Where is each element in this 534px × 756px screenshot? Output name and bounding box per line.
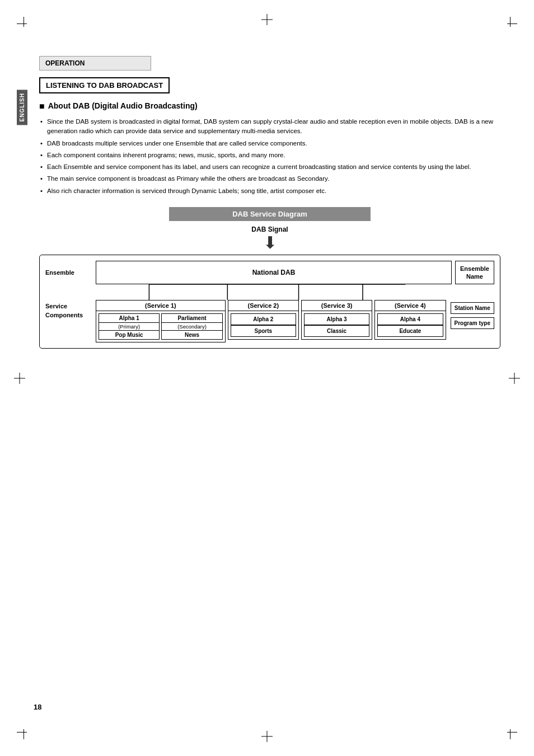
service-3-components: Alpha 3 Classic (302, 311, 372, 339)
component-alpha3: Alpha 3 Classic (304, 313, 369, 337)
component-alpha1: Alpha 1 (Primary) Pop Music (99, 313, 160, 340)
alpha1-name: Alpha 1 (99, 314, 159, 323)
side-mark-right (509, 373, 520, 384)
connector-svg (96, 284, 452, 300)
operation-header: OPERATION (39, 56, 151, 71)
service-4-label: (Service 4) (375, 300, 445, 311)
bullet-item: The main service component is broadcast … (39, 174, 500, 184)
bullet-item: Since the DAB system is broadcasted in d… (39, 117, 500, 137)
bullet-item: Each Ensemble and service component has … (39, 162, 500, 172)
alpha3-program: Classic (305, 325, 369, 336)
about-bullets: Since the DAB system is broadcasted in d… (39, 117, 500, 196)
heading-icon: ■ (39, 101, 45, 111)
dab-diagram: DAB Service Diagram DAB Signal ⬇ Ensembl… (39, 207, 500, 349)
alpha3-name: Alpha 3 (305, 314, 369, 325)
national-dab-box: National DAB (96, 261, 452, 285)
alpha4-name: Alpha 4 (378, 314, 442, 325)
service-1-components: Alpha 1 (Primary) Pop Music Parliament (… (96, 311, 225, 342)
section-title: LISTENING TO DAB BROADCAST (39, 77, 170, 93)
ensemble-row: Ensemble National DAB EnsembleName (45, 261, 494, 285)
service-3-label: (Service 3) (302, 300, 372, 311)
ensemble-label: Ensemble (45, 261, 96, 285)
right-labels: Station Name Program type (451, 300, 494, 329)
corner-hline-tl (17, 24, 27, 24)
about-heading-text: About DAB (Digital Audio Broadcasting) (48, 101, 198, 110)
diagram-box: Ensemble National DAB EnsembleName (39, 255, 500, 349)
program-type-label: Program type (451, 317, 494, 329)
service-2: (Service 2) Alpha 2 Sports (228, 300, 299, 340)
corner-hline-br (507, 732, 517, 732)
services-list: (Service 1) Alpha 1 (Primary) Pop Music … (96, 300, 494, 342)
alpha1-program: Pop Music (99, 330, 159, 339)
alpha2-name: Alpha 2 (231, 314, 296, 325)
alpha2-program: Sports (231, 325, 296, 336)
center-cross-bottom (261, 731, 273, 742)
parliament-type: (Secondary) (162, 323, 222, 330)
corner-hline-bl (17, 732, 27, 732)
bullet-item: Each component contains inherent program… (39, 151, 500, 160)
service-2-label: (Service 2) (228, 300, 298, 311)
center-cross-top (261, 14, 273, 25)
corner-vline-bl (24, 729, 24, 739)
component-alpha4: Alpha 4 Educate (377, 313, 443, 337)
parliament-name: Parliament (162, 314, 222, 323)
ensemble-content: National DAB EnsembleName (96, 261, 494, 285)
ensemble-name-box: EnsembleName (455, 261, 494, 285)
bullet-item: DAB broadcasts multiple services under o… (39, 139, 500, 148)
main-content: OPERATION LISTENING TO DAB BROADCAST ■ A… (39, 56, 500, 349)
service-1: (Service 1) Alpha 1 (Primary) Pop Music … (96, 300, 226, 342)
corner-vline-tl (24, 17, 24, 27)
service-4-components: Alpha 4 Educate (375, 311, 445, 339)
services-components-row: ServiceComponents (Service 1) Alpha 1 (P… (45, 300, 494, 342)
alpha4-program: Educate (378, 325, 442, 336)
dab-signal-label: DAB Signal (39, 226, 500, 233)
language-tab: ENGLISH (17, 90, 27, 125)
alpha1-type: (Primary) (99, 323, 159, 330)
component-parliament: Parliament (Secondary) News (161, 313, 222, 340)
bullet-item: Also rich character information is servi… (39, 186, 500, 196)
service-components-label: ServiceComponents (45, 300, 96, 322)
about-heading: ■ About DAB (Digital Audio Broadcasting) (39, 101, 500, 111)
parliament-program: News (162, 330, 222, 339)
service-3: (Service 3) Alpha 3 Classic (301, 300, 372, 340)
station-name-label: Station Name (451, 302, 494, 314)
corner-vline-tr (510, 17, 510, 27)
signal-arrow: ⬇ (39, 234, 500, 251)
service-1-label: (Service 1) (96, 300, 225, 311)
service-4: (Service 4) Alpha 4 Educate (374, 300, 446, 340)
side-mark-left (14, 373, 25, 384)
corner-vline-br (510, 729, 510, 739)
service-2-components: Alpha 2 Sports (228, 311, 298, 339)
corner-hline-tr (507, 24, 517, 24)
component-alpha2: Alpha 2 Sports (231, 313, 296, 337)
diagram-title: DAB Service Diagram (169, 207, 371, 221)
page-number: 18 (34, 703, 41, 711)
